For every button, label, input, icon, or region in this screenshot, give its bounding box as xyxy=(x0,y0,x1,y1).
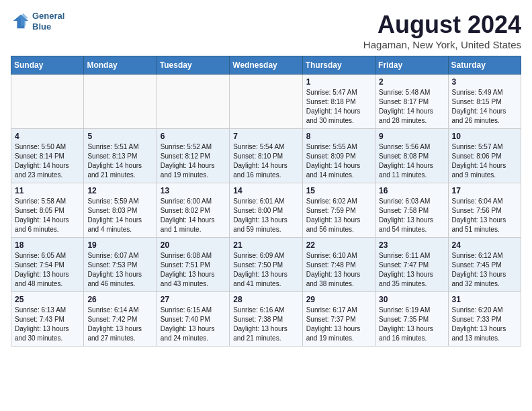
weekday-header-monday: Monday xyxy=(84,56,157,75)
day-cell: 5Sunrise: 5:51 AM Sunset: 8:13 PM Daylig… xyxy=(84,129,157,183)
day-content: Sunrise: 6:12 AM Sunset: 7:45 PM Dayligh… xyxy=(452,251,517,289)
calendar-table: SundayMondayTuesdayWednesdayThursdayFrid… xyxy=(11,56,521,347)
week-row-1: 1Sunrise: 5:47 AM Sunset: 8:18 PM Daylig… xyxy=(11,75,521,129)
day-cell: 31Sunrise: 6:20 AM Sunset: 7:33 PM Dayli… xyxy=(448,292,521,347)
day-number: 23 xyxy=(379,240,444,250)
day-content: Sunrise: 5:49 AM Sunset: 8:15 PM Dayligh… xyxy=(452,88,517,126)
calendar-header: SundayMondayTuesdayWednesdayThursdayFrid… xyxy=(11,56,521,75)
day-cell: 7Sunrise: 5:54 AM Sunset: 8:10 PM Daylig… xyxy=(230,129,302,183)
calendar-body: 1Sunrise: 5:47 AM Sunset: 8:18 PM Daylig… xyxy=(11,75,521,347)
day-content: Sunrise: 6:04 AM Sunset: 7:56 PM Dayligh… xyxy=(452,197,517,234)
day-cell: 17Sunrise: 6:04 AM Sunset: 7:56 PM Dayli… xyxy=(448,183,521,238)
day-content: Sunrise: 6:20 AM Sunset: 7:33 PM Dayligh… xyxy=(452,306,517,343)
day-content: Sunrise: 6:13 AM Sunset: 7:43 PM Dayligh… xyxy=(15,306,80,343)
day-number: 11 xyxy=(15,186,80,195)
day-number: 9 xyxy=(379,132,444,141)
day-content: Sunrise: 5:50 AM Sunset: 8:14 PM Dayligh… xyxy=(15,142,80,180)
day-content: Sunrise: 6:05 AM Sunset: 7:54 PM Dayligh… xyxy=(15,251,80,289)
weekday-header-friday: Friday xyxy=(375,56,448,75)
header: General Blue August 2024 Hagaman, New Yo… xyxy=(11,11,521,50)
day-cell: 30Sunrise: 6:19 AM Sunset: 7:35 PM Dayli… xyxy=(375,292,448,347)
day-cell: 3Sunrise: 5:49 AM Sunset: 8:15 PM Daylig… xyxy=(448,75,521,129)
day-number: 25 xyxy=(15,295,80,304)
day-number: 26 xyxy=(87,295,152,304)
week-row-5: 25Sunrise: 6:13 AM Sunset: 7:43 PM Dayli… xyxy=(11,292,521,347)
day-number: 17 xyxy=(452,186,517,195)
day-number: 1 xyxy=(306,77,371,87)
day-cell: 22Sunrise: 6:10 AM Sunset: 7:48 PM Dayli… xyxy=(302,238,375,292)
day-number: 3 xyxy=(452,77,517,87)
day-number: 31 xyxy=(452,295,517,304)
day-cell: 21Sunrise: 6:09 AM Sunset: 7:50 PM Dayli… xyxy=(230,238,302,292)
day-number: 7 xyxy=(233,132,298,141)
day-content: Sunrise: 6:16 AM Sunset: 7:38 PM Dayligh… xyxy=(233,306,298,343)
day-cell: 19Sunrise: 6:07 AM Sunset: 7:53 PM Dayli… xyxy=(84,238,157,292)
week-row-3: 11Sunrise: 5:58 AM Sunset: 8:05 PM Dayli… xyxy=(11,183,521,238)
day-content: Sunrise: 6:00 AM Sunset: 8:02 PM Dayligh… xyxy=(161,197,226,234)
day-content: Sunrise: 5:58 AM Sunset: 8:05 PM Dayligh… xyxy=(15,197,80,234)
day-content: Sunrise: 6:11 AM Sunset: 7:47 PM Dayligh… xyxy=(379,251,444,289)
day-cell: 20Sunrise: 6:08 AM Sunset: 7:51 PM Dayli… xyxy=(157,238,229,292)
logo-line2: Blue xyxy=(32,21,64,32)
day-cell: 27Sunrise: 6:15 AM Sunset: 7:40 PM Dayli… xyxy=(157,292,229,347)
day-number: 16 xyxy=(379,186,444,195)
day-content: Sunrise: 6:17 AM Sunset: 7:37 PM Dayligh… xyxy=(306,306,371,343)
day-number: 27 xyxy=(161,295,226,304)
day-number: 30 xyxy=(379,295,444,304)
day-content: Sunrise: 6:03 AM Sunset: 7:58 PM Dayligh… xyxy=(379,197,444,234)
day-content: Sunrise: 5:48 AM Sunset: 8:17 PM Dayligh… xyxy=(379,88,444,126)
day-number: 10 xyxy=(452,132,517,141)
day-cell: 28Sunrise: 6:16 AM Sunset: 7:38 PM Dayli… xyxy=(230,292,302,347)
day-cell: 16Sunrise: 6:03 AM Sunset: 7:58 PM Dayli… xyxy=(375,183,448,238)
day-content: Sunrise: 5:55 AM Sunset: 8:09 PM Dayligh… xyxy=(306,142,371,180)
day-number: 2 xyxy=(379,77,444,87)
day-cell: 18Sunrise: 6:05 AM Sunset: 7:54 PM Dayli… xyxy=(11,238,84,292)
day-content: Sunrise: 6:14 AM Sunset: 7:42 PM Dayligh… xyxy=(87,306,152,343)
day-content: Sunrise: 5:51 AM Sunset: 8:13 PM Dayligh… xyxy=(87,142,152,180)
day-cell: 6Sunrise: 5:52 AM Sunset: 8:12 PM Daylig… xyxy=(157,129,229,183)
day-cell: 23Sunrise: 6:11 AM Sunset: 7:47 PM Dayli… xyxy=(375,238,448,292)
main-title: August 2024 xyxy=(363,11,521,39)
logo-line1: General xyxy=(32,11,64,21)
day-cell: 9Sunrise: 5:56 AM Sunset: 8:08 PM Daylig… xyxy=(375,129,448,183)
day-content: Sunrise: 5:52 AM Sunset: 8:12 PM Dayligh… xyxy=(161,142,226,180)
day-number: 19 xyxy=(87,240,152,250)
day-cell: 25Sunrise: 6:13 AM Sunset: 7:43 PM Dayli… xyxy=(11,292,84,347)
day-content: Sunrise: 5:59 AM Sunset: 8:03 PM Dayligh… xyxy=(87,197,152,234)
day-content: Sunrise: 6:02 AM Sunset: 7:59 PM Dayligh… xyxy=(306,197,371,234)
day-cell: 15Sunrise: 6:02 AM Sunset: 7:59 PM Dayli… xyxy=(302,183,375,238)
day-content: Sunrise: 6:15 AM Sunset: 7:40 PM Dayligh… xyxy=(161,306,226,343)
day-number: 28 xyxy=(233,295,298,304)
weekday-header-saturday: Saturday xyxy=(448,56,521,75)
day-cell xyxy=(11,75,84,129)
day-cell: 24Sunrise: 6:12 AM Sunset: 7:45 PM Dayli… xyxy=(448,238,521,292)
day-number: 21 xyxy=(233,240,298,250)
subtitle: Hagaman, New York, United States xyxy=(363,39,521,50)
day-content: Sunrise: 6:09 AM Sunset: 7:50 PM Dayligh… xyxy=(233,251,298,289)
day-cell: 8Sunrise: 5:55 AM Sunset: 8:09 PM Daylig… xyxy=(302,129,375,183)
day-cell: 14Sunrise: 6:01 AM Sunset: 8:00 PM Dayli… xyxy=(230,183,302,238)
day-number: 5 xyxy=(87,132,152,141)
day-cell xyxy=(157,75,229,129)
day-number: 24 xyxy=(452,240,517,250)
day-content: Sunrise: 6:01 AM Sunset: 8:00 PM Dayligh… xyxy=(233,197,298,234)
day-cell xyxy=(84,75,157,129)
weekday-header-thursday: Thursday xyxy=(302,56,375,75)
day-cell: 10Sunrise: 5:57 AM Sunset: 8:06 PM Dayli… xyxy=(448,129,521,183)
day-content: Sunrise: 5:56 AM Sunset: 8:08 PM Dayligh… xyxy=(379,142,444,180)
day-content: Sunrise: 5:47 AM Sunset: 8:18 PM Dayligh… xyxy=(306,88,371,126)
day-number: 22 xyxy=(306,240,371,250)
day-cell: 29Sunrise: 6:17 AM Sunset: 7:37 PM Dayli… xyxy=(302,292,375,347)
day-number: 15 xyxy=(306,186,371,195)
day-content: Sunrise: 6:08 AM Sunset: 7:51 PM Dayligh… xyxy=(161,251,226,289)
logo: General Blue xyxy=(11,11,64,32)
day-content: Sunrise: 5:57 AM Sunset: 8:06 PM Dayligh… xyxy=(452,142,517,180)
weekday-header-tuesday: Tuesday xyxy=(157,56,229,75)
title-section: August 2024 Hagaman, New York, United St… xyxy=(363,11,521,50)
week-row-4: 18Sunrise: 6:05 AM Sunset: 7:54 PM Dayli… xyxy=(11,238,521,292)
day-number: 8 xyxy=(306,132,371,141)
day-cell xyxy=(230,75,302,129)
day-number: 6 xyxy=(161,132,226,141)
day-number: 12 xyxy=(87,186,152,195)
day-number: 18 xyxy=(15,240,80,250)
